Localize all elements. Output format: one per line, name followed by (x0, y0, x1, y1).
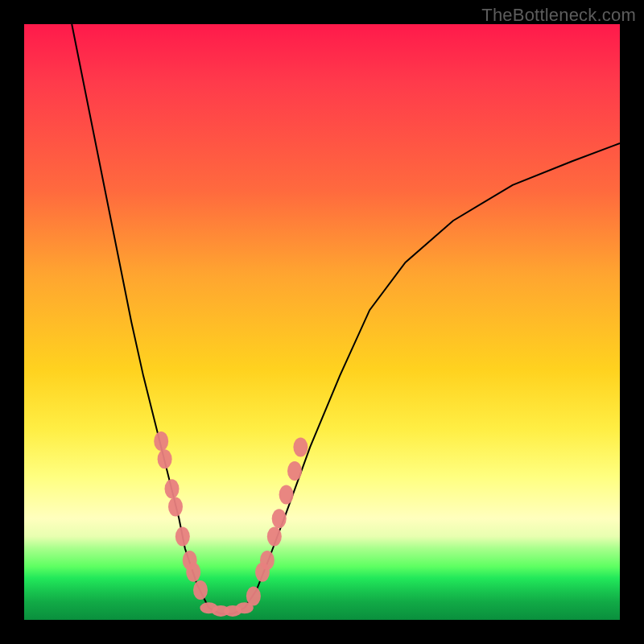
data-marker (246, 586, 261, 605)
markers-right (246, 437, 308, 605)
data-marker (175, 526, 190, 546)
data-marker (186, 563, 200, 582)
data-marker (193, 580, 208, 600)
data-marker (165, 479, 180, 498)
chart-svg (24, 24, 620, 620)
markers-left (154, 431, 208, 600)
curve-right-branch (245, 143, 620, 608)
data-marker (168, 497, 183, 516)
data-marker (260, 551, 275, 570)
curve-left-branch (72, 24, 208, 608)
outer-frame: TheBottleneck.com (0, 0, 644, 644)
attribution-text: TheBottleneck.com (481, 5, 636, 26)
markers-floor (200, 602, 253, 617)
data-marker (279, 485, 294, 505)
plot-area (24, 24, 620, 620)
data-marker (154, 431, 168, 451)
data-marker (158, 449, 172, 469)
data-marker (293, 437, 308, 456)
data-marker (272, 509, 287, 528)
data-marker (287, 461, 302, 481)
data-marker (236, 602, 254, 613)
data-marker (267, 526, 282, 546)
